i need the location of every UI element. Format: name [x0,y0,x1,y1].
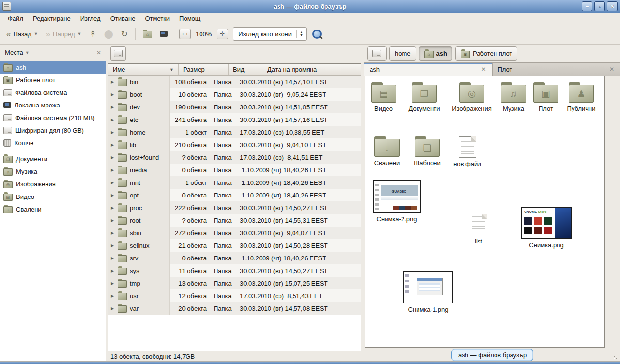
file-item-Снимка-2.png[interactable]: GUADECСнимка-2.png [372,180,422,223]
table-row-media[interactable]: ▶media0 обектаПапка 1.10.2009 (чт) 18,40… [108,164,361,176]
table-row-usr[interactable]: ▶usr12 обектаПапка17.03.2010 (ср) 8,51,4… [108,289,361,302]
expander-icon[interactable]: ▶ [110,92,115,97]
menu-Редактиране[interactable]: Редактиране [28,14,76,23]
table-row-lib[interactable]: ▶lib210 обектаПапка30.03.2010 (вт) 9,04,… [108,138,361,151]
expander-icon[interactable]: ▶ [110,80,115,84]
expander-icon[interactable]: ▶ [110,281,115,286]
column-header-name[interactable]: Име ▼ [108,64,179,75]
expander-icon[interactable]: ▶ [110,231,115,235]
path-button-home[interactable]: home [389,46,416,61]
table-row-dev[interactable]: ▶dev190 обектаПапка30.03.2010 (вт) 14,51… [108,101,361,113]
expander-icon[interactable]: ▶ [110,143,115,147]
tab-ash[interactable]: ash✕ [364,62,492,76]
table-row-sbin[interactable]: ▶sbin272 обектаПапка30.03.2010 (вт) 9,04… [108,227,361,239]
file-item-Плот[interactable]: ▣Плот [532,82,559,112]
table-row-tmp[interactable]: ▶tmp13 обектаПапка30.03.2010 (вт) 15,07,… [108,277,361,289]
file-item-Снимка.png[interactable]: GNOME StoreСнимка.png [519,207,574,249]
table-row-bin[interactable]: ▶bin108 обектаПапка30.03.2010 (вт) 14,57… [108,76,361,88]
path-button-root[interactable] [110,46,126,61]
file-item-list[interactable]: list [464,214,493,245]
expander-icon[interactable]: ▶ [110,118,115,122]
file-item-Музика[interactable]: ♫Музика [496,82,531,112]
table-row-opt[interactable]: ▶opt0 обектаПапка 1.10.2009 (чт) 18,40,2… [108,189,361,201]
expander-icon[interactable]: ▶ [110,206,115,210]
sidebar-item-Локална мрежа[interactable]: Локална мрежа [0,99,106,111]
minimize-button[interactable]: – [582,1,592,11]
path-button-root[interactable] [367,46,387,61]
expander-icon[interactable]: ▶ [110,168,115,172]
back-button[interactable]: « Назад ▼ [3,28,42,40]
menu-Отметки[interactable]: Отметки [140,14,174,23]
table-row-root[interactable]: ▶root? обектаПапка30.03.2010 (вт) 14,55,… [108,214,361,227]
column-header-type[interactable]: Вид [229,64,263,75]
file-item-Снимка-1.png[interactable]: Снимка-1.png [403,271,454,313]
path-button-Работен плот[interactable]: ▣Работен плот [455,46,517,61]
back-history-caret-icon[interactable]: ▼ [34,31,38,36]
zoom-in-button[interactable]: ✛ [217,29,228,39]
path-button-ash[interactable]: ⌂ash [419,46,452,61]
tab-Плот[interactable]: Плот✕ [492,62,620,76]
table-row-mnt[interactable]: ▶mnt1 обектПапка 1.10.2009 (чт) 18,40,26… [108,176,361,189]
file-item-Документи[interactable]: ❐Документи [402,82,447,112]
computer-button[interactable] [156,29,171,39]
reload-button[interactable]: ↻ [118,28,131,40]
table-row-proc[interactable]: ▶proc222 обектаПапка30.03.2010 (вт) 14,5… [108,201,361,214]
file-item-Видео[interactable]: ▤Видео [368,82,399,112]
expander-icon[interactable]: ▶ [110,218,115,223]
expander-icon[interactable]: ▶ [110,306,115,311]
table-row-srv[interactable]: ▶srv0 обектаПапка 1.10.2009 (чт) 18,40,2… [108,252,361,264]
search-icon[interactable] [312,30,322,39]
sidebar-item-Шифриран дял (80 GB)[interactable]: Шифриран дял (80 GB) [0,124,106,136]
table-row-selinux[interactable]: ▶selinux21 обектаПапка30.03.2010 (вт) 14… [108,239,361,252]
menu-Файл[interactable]: Файл [3,14,28,23]
sidebar-close-icon[interactable]: ✕ [96,49,101,56]
file-item-Шаблони[interactable]: ❏Шаблони [408,136,447,167]
zoom-out-button[interactable]: ▭ [179,29,191,39]
home-button[interactable]: ⌂ [140,28,155,40]
expander-icon[interactable]: ▶ [110,243,115,248]
menu-Отиване[interactable]: Отиване [106,14,140,23]
sidebar-title[interactable]: Места [5,49,23,56]
tab-close-icon[interactable]: ✕ [609,66,614,73]
table-row-var[interactable]: ▶var20 обектаПапка30.03.2010 (вт) 14,57,… [108,302,361,315]
sidebar-item-Кошче[interactable]: Кошче [0,136,106,149]
table-row-boot[interactable]: ▶boot10 обектаПапка30.03.2010 (вт) 9,05,… [108,88,361,101]
tab-close-icon[interactable]: ✕ [481,66,486,73]
expander-icon[interactable]: ▶ [110,256,115,260]
expander-icon[interactable]: ▶ [110,269,115,273]
resize-grip[interactable] [614,355,619,360]
table-row-etc[interactable]: ▶etc241 обектаПапка30.03.2010 (вт) 14,57… [108,113,361,126]
table-row-sys[interactable]: ▶sys11 обектаПапка30.03.2010 (вт) 14,50,… [108,264,361,277]
column-header-size[interactable]: Размер [179,64,229,75]
column-header-date[interactable]: Дата на промяна [263,64,361,75]
file-item-Свалени[interactable]: ↓Свалени [368,136,406,167]
file-item-Изображения[interactable]: ◎Изображения [451,82,493,112]
expander-icon[interactable]: ▶ [110,155,115,160]
view-mode-select[interactable]: Изглед като икони ▲▼ [233,27,307,41]
sidebar-item-Музика[interactable]: ♫Музика [0,165,106,178]
expander-icon[interactable]: ▶ [110,130,115,135]
sidebar-title-caret-icon[interactable]: ▼ [25,50,30,55]
sidebar-item-Изображения[interactable]: ◎Изображения [0,178,106,190]
sidebar-item-Видео[interactable]: ▤Видео [0,190,106,203]
close-button[interactable]: ✕ [607,1,618,11]
menu-Изглед[interactable]: Изглед [76,14,106,23]
expander-icon[interactable]: ▶ [110,181,115,185]
maximize-button[interactable]: ▫ [594,1,605,11]
sidebar-item-Файлова система (210 MB)[interactable]: Файлова система (210 MB) [0,111,106,124]
file-item-нов файл[interactable]: нов файл [448,136,487,167]
expander-icon[interactable]: ▶ [110,193,115,197]
sidebar-item-Файлова система[interactable]: Файлова система [0,86,106,99]
sidebar-item-Свалени[interactable]: ↓Свалени [0,203,106,215]
expander-icon[interactable]: ▶ [110,294,115,298]
icon-view[interactable]: ▤Видео❐Документи◎Изображения♫Музика▣Плот… [365,76,605,348]
sidebar-item-Работен плот[interactable]: ▣Работен плот [0,74,106,86]
table-row-lost+found[interactable]: ▶lost+found? обектаПапка17.03.2010 (ср) … [108,151,361,164]
file-item-Публични[interactable]: ♟Публични [562,82,601,112]
table-row-home[interactable]: ▶home1 обектПапка17.03.2010 (ср) 10,38,5… [108,126,361,138]
up-button[interactable]: ↟ [86,28,99,40]
sidebar-item-ash[interactable]: ⌂ash [0,61,106,74]
menu-Помощ[interactable]: Помощ [174,14,205,23]
expander-icon[interactable]: ▶ [110,105,115,109]
sidebar-item-Документи[interactable]: ❐Документи [0,152,106,165]
